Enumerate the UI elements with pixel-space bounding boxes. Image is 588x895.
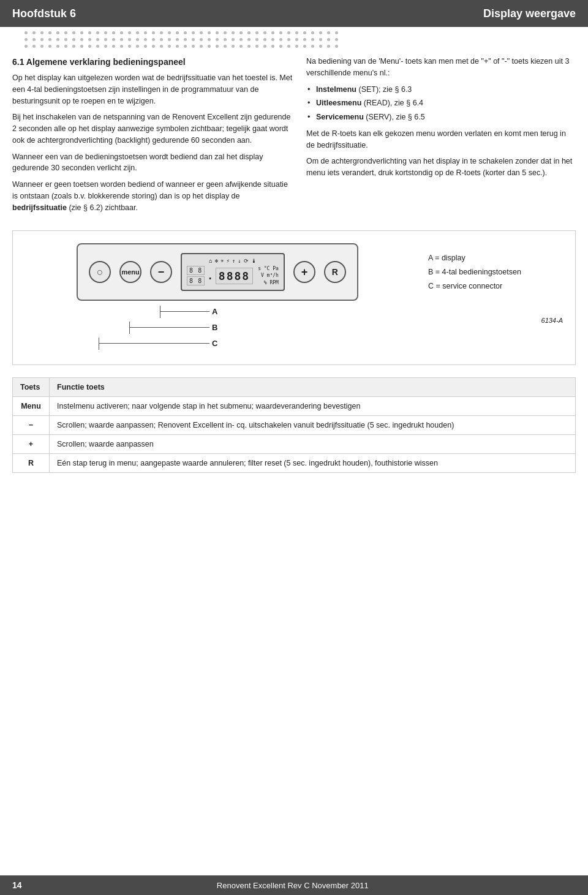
dot: [311, 45, 314, 48]
dot: [104, 38, 107, 41]
page-number: 14: [12, 880, 22, 890]
dot: [255, 31, 258, 34]
dot: [144, 31, 147, 34]
dot: [160, 31, 163, 34]
dot: [295, 38, 298, 41]
page-header: Hoofdstuk 6 Display weergave: [0, 0, 588, 27]
display-units: s °C PaV m³/h% RPM: [258, 265, 279, 286]
table-cell-key: +: [13, 435, 50, 454]
dot: [88, 38, 91, 41]
function-table: Toets Functie toets MenuInstelmenu activ…: [12, 377, 576, 473]
plus-button[interactable]: +: [293, 261, 315, 283]
dot: [335, 31, 338, 34]
left-para-3: Wanneer een van de bedieningstoetsen wor…: [12, 151, 294, 175]
dot: [64, 31, 67, 34]
dot: [72, 31, 75, 34]
dot: [72, 38, 75, 41]
dot: [120, 31, 123, 34]
dot: [24, 38, 28, 41]
menu-item-3: Servicemenu (SERV), zie § 6.5: [306, 111, 576, 123]
dot: [112, 38, 115, 41]
dot: [263, 45, 266, 48]
table-cell-key: R: [13, 454, 50, 473]
right-para-1: Met de R-toets kan elk gekozen menu word…: [306, 128, 576, 151]
dot: [255, 38, 258, 41]
menu-button[interactable]: menu: [119, 261, 141, 283]
right-para-2: Om de achtergrondverlichting van het dis…: [306, 156, 576, 179]
dot-button[interactable]: ○: [89, 261, 111, 283]
dot-decoration-1: [0, 27, 588, 50]
dot: [32, 45, 36, 48]
table-row: −Scrollen; waarde aanpassen; Renovent Ex…: [13, 416, 576, 435]
dot: [279, 31, 282, 34]
dot: [56, 38, 59, 41]
dot: [200, 45, 203, 48]
dot: [136, 45, 139, 48]
table-cell-key: −: [13, 416, 50, 435]
dot: [24, 31, 28, 34]
dot: [104, 31, 107, 34]
left-column: 6.1 Algemene verklaring bedieningspaneel…: [12, 56, 294, 218]
dot: [184, 31, 187, 34]
dot: [335, 38, 338, 41]
left-para-2: Bij het inschakelen van de netspanning v…: [12, 111, 294, 146]
dot: [24, 45, 28, 48]
table-cell-value: Instelmenu activeren; naar volgende stap…: [50, 397, 576, 416]
dot: [319, 45, 322, 48]
dot: [56, 31, 59, 34]
table-cell-key: Menu: [13, 397, 50, 416]
dot: [80, 45, 83, 48]
menu-list: Instelmenu (SET); zie § 6.3 Uitleesmenu …: [306, 84, 576, 123]
dot: [200, 31, 203, 34]
dot: [112, 31, 115, 34]
dot: [303, 45, 306, 48]
dot: [56, 45, 59, 48]
dot: [32, 38, 36, 41]
dot: [128, 45, 131, 48]
table-cell-value: Scrollen; waarde aanpassen; Renovent Exc…: [50, 416, 576, 435]
dot: [64, 45, 67, 48]
legend-a: A = display: [428, 252, 563, 264]
dot: [208, 45, 211, 48]
diagram-ref: 6134-A: [428, 317, 563, 324]
table-header-functie: Functie toets: [50, 378, 576, 397]
dot: [287, 38, 290, 41]
dot-row-1: [12, 29, 576, 36]
diagram-section: ○ menu − ⌂❄☀⚡↑↓⟳🌡 8 8 8 8 . 8888 s °C Pa…: [12, 230, 576, 365]
dot-row-3: [12, 43, 576, 50]
table-row: +Scrollen; waarde aanpassen: [13, 435, 576, 454]
diagram-legend: A = display B = 4-tal bedieningstoetsen …: [428, 243, 563, 323]
dot: [279, 38, 282, 41]
dot: [208, 38, 211, 41]
dot: [295, 45, 298, 48]
dot: [184, 45, 187, 48]
table-row: MenuInstelmenu activeren; naar volgende …: [13, 397, 576, 416]
dot: [239, 45, 243, 48]
dot: [40, 31, 43, 34]
dot: [120, 38, 123, 41]
footer-title: Renovent Excellent Rev C November 2011: [217, 881, 369, 890]
page-footer: 14 Renovent Excellent Rev C November 201…: [0, 875, 588, 895]
dot: [128, 31, 131, 34]
dot: [136, 38, 139, 41]
dot: [80, 38, 83, 41]
dot: [311, 31, 314, 34]
main-content: 6.1 Algemene verklaring bedieningspaneel…: [0, 50, 588, 218]
minus-button[interactable]: −: [150, 261, 172, 283]
table-cell-value: Scrollen; waarde aanpassen: [50, 435, 576, 454]
dot: [176, 38, 179, 41]
r-button[interactable]: R: [324, 261, 346, 283]
dot: [168, 38, 171, 41]
dot: [96, 38, 99, 41]
dot: [216, 31, 219, 34]
dot: [48, 45, 51, 48]
dot: [48, 31, 51, 34]
dot: [303, 31, 306, 34]
dot: [224, 38, 227, 41]
dot: [168, 31, 171, 34]
dot: [247, 38, 251, 41]
dot: [192, 38, 195, 41]
table-row: REén stap terug in menu; aangepaste waar…: [13, 454, 576, 473]
dot: [208, 31, 211, 34]
dot: [72, 45, 75, 48]
